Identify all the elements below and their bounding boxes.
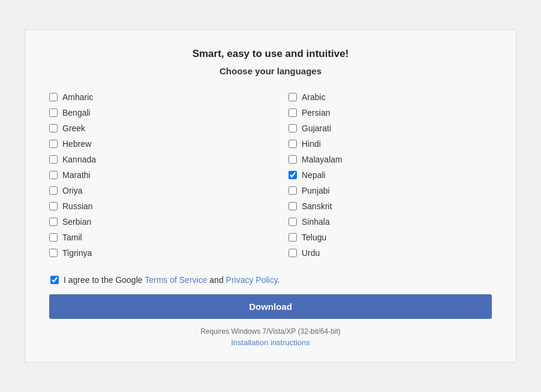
list-item: Bengali (49, 105, 253, 120)
list-item: Nepali (288, 167, 492, 183)
tamil-checkbox[interactable] (49, 233, 58, 242)
sinhala-label[interactable]: Sinhala (302, 217, 330, 227)
list-item: Oriya (49, 183, 253, 198)
list-item: Greek (49, 120, 253, 136)
list-item: Serbian (49, 214, 253, 230)
list-item: Arabic (288, 89, 492, 105)
terms-label[interactable]: I agree to the Google Terms of Service a… (64, 275, 280, 285)
tigrinya-label[interactable]: Tigrinya (62, 248, 92, 258)
installation-instructions-link[interactable]: Installation instructions (49, 338, 492, 347)
marathi-label[interactable]: Marathi (62, 170, 91, 180)
kannada-checkbox[interactable] (49, 155, 58, 164)
hindi-checkbox[interactable] (288, 140, 297, 148)
list-item: Telugu (288, 230, 492, 245)
list-item: Urdu (288, 245, 492, 261)
terms-of-service-link[interactable]: Terms of Service (145, 275, 207, 285)
sinhala-checkbox[interactable] (288, 218, 297, 226)
punjabi-checkbox[interactable] (288, 186, 297, 195)
serbian-checkbox[interactable] (49, 218, 58, 226)
kannada-label[interactable]: Kannada (62, 155, 96, 164)
sanskrit-label[interactable]: Sanskrit (302, 201, 332, 211)
bengali-label[interactable]: Bengali (62, 108, 91, 117)
arabic-checkbox[interactable] (288, 93, 297, 101)
hindi-label[interactable]: Hindi (302, 139, 321, 149)
punjabi-label[interactable]: Punjabi (302, 186, 330, 195)
marathi-checkbox[interactable] (49, 171, 58, 179)
bengali-checkbox[interactable] (49, 108, 58, 117)
requirements-text: Requires Windows 7/Vista/XP (32-bit/64-b… (49, 327, 492, 336)
oriya-label[interactable]: Oriya (62, 186, 82, 195)
urdu-checkbox[interactable] (288, 249, 297, 257)
privacy-policy-link[interactable]: Privacy Policy (226, 275, 278, 285)
malayalam-checkbox[interactable] (288, 155, 297, 164)
amharic-checkbox[interactable] (49, 93, 58, 101)
terms-and: and (207, 275, 226, 285)
agree-checkbox[interactable] (50, 276, 59, 284)
arabic-label[interactable]: Arabic (302, 92, 326, 102)
persian-label[interactable]: Persian (302, 108, 330, 117)
tigrinya-checkbox[interactable] (49, 249, 58, 257)
list-item: Hindi (288, 136, 492, 152)
list-item: Persian (288, 105, 492, 120)
languages-grid: Amharic Bengali Greek Hebrew Kannada Mar… (49, 89, 492, 261)
malayalam-label[interactable]: Malayalam (302, 155, 342, 164)
download-button[interactable]: Download (49, 294, 492, 319)
list-item: Hebrew (49, 136, 253, 152)
telugu-label[interactable]: Telugu (302, 233, 326, 242)
gujarati-checkbox[interactable] (288, 124, 297, 132)
greek-checkbox[interactable] (49, 124, 58, 132)
tamil-label[interactable]: Tamil (62, 233, 82, 242)
list-item: Tamil (49, 230, 253, 245)
page-subtitle: Choose your languages (49, 66, 492, 76)
list-item: Gujarati (288, 120, 492, 136)
list-item: Malayalam (288, 152, 492, 167)
list-item: Kannada (49, 152, 253, 167)
oriya-checkbox[interactable] (49, 186, 58, 195)
greek-label[interactable]: Greek (62, 123, 85, 133)
list-item: Sanskrit (288, 198, 492, 214)
russian-checkbox[interactable] (49, 202, 58, 210)
persian-checkbox[interactable] (288, 108, 297, 117)
list-item: Marathi (49, 167, 253, 183)
main-container: Smart, easy to use and intuitive! Choose… (25, 29, 516, 363)
list-item: Russian (49, 198, 253, 214)
languages-right-column: Arabic Persian Gujarati Hindi Malayalam … (288, 89, 492, 261)
hebrew-label[interactable]: Hebrew (62, 139, 91, 149)
list-item: Punjabi (288, 183, 492, 198)
amharic-label[interactable]: Amharic (62, 92, 93, 102)
nepali-label[interactable]: Nepali (302, 170, 326, 180)
sanskrit-checkbox[interactable] (288, 202, 297, 210)
russian-label[interactable]: Russian (62, 201, 93, 211)
hebrew-checkbox[interactable] (49, 140, 58, 148)
terms-prefix: I agree to the Google (64, 275, 145, 285)
terms-row: I agree to the Google Terms of Service a… (49, 275, 492, 285)
telugu-checkbox[interactable] (288, 233, 297, 242)
languages-left-column: Amharic Bengali Greek Hebrew Kannada Mar… (49, 89, 253, 261)
nepali-checkbox[interactable] (288, 171, 297, 179)
list-item: Tigrinya (49, 245, 253, 261)
list-item: Amharic (49, 89, 253, 105)
gujarati-label[interactable]: Gujarati (302, 123, 331, 133)
list-item: Sinhala (288, 214, 492, 230)
urdu-label[interactable]: Urdu (302, 248, 320, 258)
page-title: Smart, easy to use and intuitive! (49, 48, 492, 60)
serbian-label[interactable]: Serbian (62, 217, 91, 227)
